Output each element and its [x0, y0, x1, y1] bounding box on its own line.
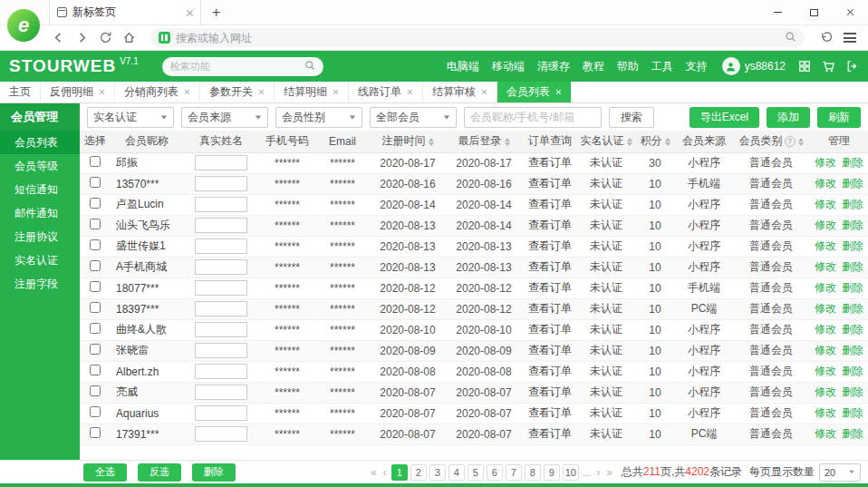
modify-link[interactable]: 修改 — [815, 365, 836, 377]
close-icon[interactable] — [258, 89, 265, 95]
filter-select[interactable]: 会员性别 — [275, 107, 362, 128]
window-close-button[interactable] — [832, 0, 868, 24]
last-page-icon[interactable]: » — [604, 466, 614, 479]
real-name-input[interactable] — [195, 405, 247, 421]
page-number[interactable]: 9 — [544, 464, 560, 481]
sort-icon[interactable] — [429, 138, 434, 146]
modify-link[interactable]: 修改 — [815, 302, 836, 315]
page-tab[interactable]: 线路订单 — [349, 82, 423, 102]
view-orders-link[interactable]: 查看订单 — [528, 344, 572, 356]
menu-icon[interactable] — [839, 28, 861, 48]
header-nav-item[interactable]: 清缓存 — [537, 59, 570, 74]
refresh-button[interactable]: 刷新 — [817, 107, 861, 128]
delete-link[interactable]: 删除 — [842, 427, 863, 440]
page-number[interactable]: 1 — [391, 464, 408, 481]
page-tab[interactable]: 结算明细 — [275, 82, 349, 102]
delete-link[interactable]: 删除 — [842, 156, 863, 169]
real-name-input[interactable] — [195, 259, 247, 275]
sidebar-item[interactable]: 会员等级 — [0, 154, 80, 178]
header-nav-item[interactable]: 支持 — [686, 59, 708, 74]
sort-icon[interactable] — [798, 138, 804, 146]
minimize-button[interactable] — [759, 0, 796, 24]
view-orders-link[interactable]: 查看订单 — [528, 281, 572, 294]
modify-link[interactable]: 修改 — [815, 427, 836, 440]
delete-link[interactable]: 删除 — [842, 323, 863, 336]
header-nav-item[interactable]: 移动端 — [492, 59, 525, 74]
grid-icon[interactable] — [798, 60, 811, 73]
view-orders-link[interactable]: 查看订单 — [528, 260, 572, 273]
forward-icon[interactable] — [71, 28, 92, 48]
close-icon[interactable] — [407, 89, 413, 95]
page-tab[interactable]: 分销商列表 — [115, 82, 200, 102]
row-checkbox[interactable] — [90, 260, 101, 271]
header-nav-item[interactable]: 工具 — [651, 59, 673, 74]
page-tab[interactable]: 结算审核 — [423, 82, 497, 102]
view-orders-link[interactable]: 查看订单 — [528, 156, 572, 169]
view-orders-link[interactable]: 查看订单 — [528, 385, 572, 398]
row-checkbox[interactable] — [90, 156, 101, 167]
delete-selected-button[interactable]: 删除 — [192, 463, 236, 482]
page-number[interactable]: 3 — [429, 464, 446, 481]
page-tab[interactable]: 参数开关 — [200, 82, 275, 102]
address-input[interactable] — [176, 32, 779, 44]
help-icon[interactable]: ? — [785, 136, 796, 147]
page-number[interactable]: 7 — [506, 464, 522, 481]
maximize-button[interactable] — [796, 0, 832, 24]
browser-tab[interactable]: 新标签页 — [49, 0, 201, 24]
row-checkbox[interactable] — [90, 365, 101, 375]
sidebar-item[interactable]: 短信通知 — [0, 178, 80, 201]
column-header[interactable]: 积分 — [634, 131, 676, 152]
modify-link[interactable]: 修改 — [815, 177, 836, 190]
tab-close-icon[interactable] — [186, 9, 193, 16]
column-header[interactable]: 注册时间 — [370, 131, 446, 152]
header-nav-item[interactable]: 电脑端 — [447, 59, 479, 74]
view-orders-link[interactable]: 查看订单 — [528, 365, 572, 377]
address-badge-icon[interactable] — [159, 32, 170, 44]
header-nav-item[interactable]: 帮助 — [617, 59, 639, 74]
modify-link[interactable]: 修改 — [815, 260, 836, 273]
new-tab-button[interactable]: + — [212, 5, 220, 20]
function-search-input[interactable] — [170, 61, 301, 72]
sort-icon[interactable] — [505, 138, 510, 146]
close-icon[interactable] — [481, 89, 487, 95]
modify-link[interactable]: 修改 — [815, 323, 836, 336]
page-tab[interactable]: 反佣明细 — [41, 82, 115, 102]
function-search-icon[interactable] — [304, 60, 315, 73]
real-name-input[interactable] — [195, 155, 247, 170]
sidebar-title[interactable]: 会员管理 — [0, 103, 80, 131]
modify-link[interactable]: 修改 — [815, 239, 836, 252]
row-checkbox[interactable] — [90, 177, 101, 188]
delete-link[interactable]: 删除 — [842, 385, 863, 398]
view-orders-link[interactable]: 查看订单 — [528, 198, 572, 210]
keyword-input[interactable] — [464, 107, 602, 128]
filter-select[interactable]: 会员来源 — [181, 107, 268, 128]
row-checkbox[interactable] — [90, 427, 101, 438]
search-button[interactable]: 搜索 — [609, 107, 654, 128]
sidebar-item[interactable]: 注册字段 — [0, 272, 80, 296]
header-nav-item[interactable]: 教程 — [583, 59, 604, 74]
real-name-input[interactable] — [195, 426, 247, 442]
row-checkbox[interactable] — [90, 344, 101, 355]
delete-link[interactable]: 删除 — [842, 406, 863, 419]
delete-link[interactable]: 删除 — [842, 260, 863, 273]
page-tab[interactable]: 会员列表 — [497, 82, 572, 102]
sidebar-item[interactable]: 注册协议 — [0, 225, 80, 248]
filter-select[interactable]: 全部会员 — [370, 107, 457, 128]
delete-link[interactable]: 删除 — [842, 344, 863, 356]
real-name-input[interactable] — [195, 218, 247, 233]
delete-link[interactable]: 删除 — [842, 365, 863, 377]
view-orders-link[interactable]: 查看订单 — [528, 219, 572, 231]
view-orders-link[interactable]: 查看订单 — [528, 177, 572, 190]
real-name-input[interactable] — [195, 322, 247, 337]
modify-link[interactable]: 修改 — [815, 385, 836, 398]
refresh-icon[interactable] — [94, 28, 116, 48]
sidebar-item[interactable]: 实名认证 — [0, 248, 80, 272]
column-header[interactable]: 会员类别? — [732, 131, 810, 152]
modify-link[interactable]: 修改 — [815, 281, 836, 294]
modify-link[interactable]: 修改 — [815, 219, 836, 231]
page-number[interactable]: 6 — [487, 464, 503, 481]
real-name-input[interactable] — [195, 176, 247, 191]
row-checkbox[interactable] — [90, 281, 101, 292]
delete-link[interactable]: 删除 — [842, 219, 863, 231]
view-orders-link[interactable]: 查看订单 — [528, 323, 572, 336]
